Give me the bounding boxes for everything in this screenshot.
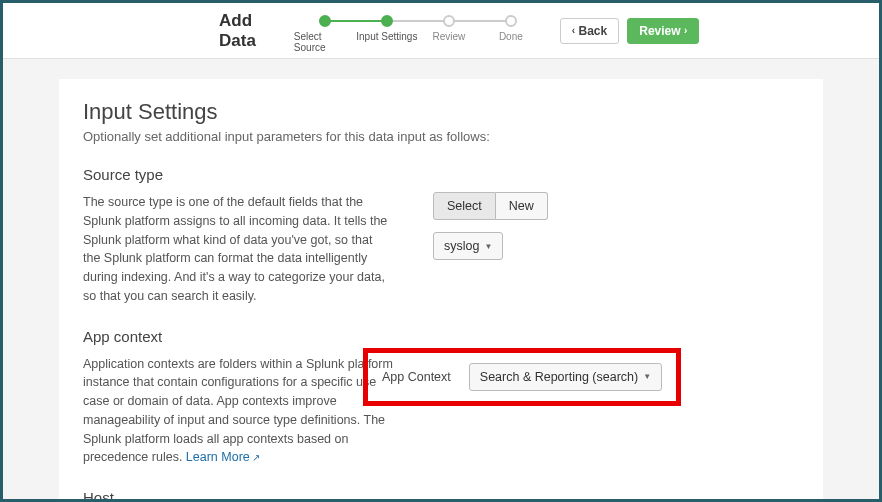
learn-more-link[interactable]: Learn More↗ (186, 450, 260, 464)
appcontext-value: Search & Reporting (search) (480, 370, 638, 384)
appcontext-desc: Application contexts are folders within … (83, 355, 393, 468)
sourcetype-new-button[interactable]: New (496, 192, 548, 220)
caret-down-icon: ▼ (484, 242, 492, 251)
topbar: Add Data Select Source Input Settings Re… (3, 3, 879, 59)
sourcetype-label: Source type (83, 166, 393, 183)
sourcetype-desc: The source type is one of the default fi… (83, 193, 393, 306)
step-label: Review (432, 31, 465, 42)
step-select-source[interactable]: Select Source (294, 15, 356, 53)
sourcetype-section: Source type The source type is one of th… (83, 166, 799, 306)
page-title: Add Data (219, 11, 256, 51)
back-button[interactable]: ‹ Back (560, 18, 619, 44)
progress-steps: Select Source Input Settings Review Done (294, 15, 542, 53)
appcontext-section: App context Application contexts are fol… (83, 328, 799, 468)
host-label: Host (83, 489, 393, 499)
sourcetype-select-button[interactable]: Select (433, 192, 496, 220)
step-label: Done (499, 31, 523, 42)
section-heading: Input Settings (83, 99, 799, 125)
review-button[interactable]: Review › (627, 18, 699, 44)
sourcetype-toggle: Select New (433, 192, 799, 220)
sourcetype-dropdown[interactable]: syslog ▼ (433, 232, 503, 260)
appcontext-highlight: App Context Search & Reporting (search) … (363, 348, 681, 406)
content-card: Input Settings Optionally set additional… (59, 79, 823, 499)
topbar-actions: ‹ Back Review › (560, 18, 699, 44)
appcontext-label: App context (83, 328, 393, 345)
review-label: Review (639, 24, 680, 38)
step-label: Input Settings (356, 31, 417, 42)
chevron-right-icon: › (684, 25, 687, 36)
appcontext-right-label: App Context (382, 370, 451, 384)
host-section: Host When the Splunk platform indexes da… (83, 489, 799, 499)
appcontext-dropdown[interactable]: Search & Reporting (search) ▼ (469, 363, 662, 391)
chevron-left-icon: ‹ (572, 25, 575, 36)
caret-down-icon: ▼ (643, 372, 651, 381)
section-subheading: Optionally set additional input paramete… (83, 129, 799, 144)
step-label: Select Source (294, 31, 356, 53)
sourcetype-value: syslog (444, 239, 479, 253)
external-link-icon: ↗ (252, 452, 260, 463)
back-label: Back (579, 24, 608, 38)
